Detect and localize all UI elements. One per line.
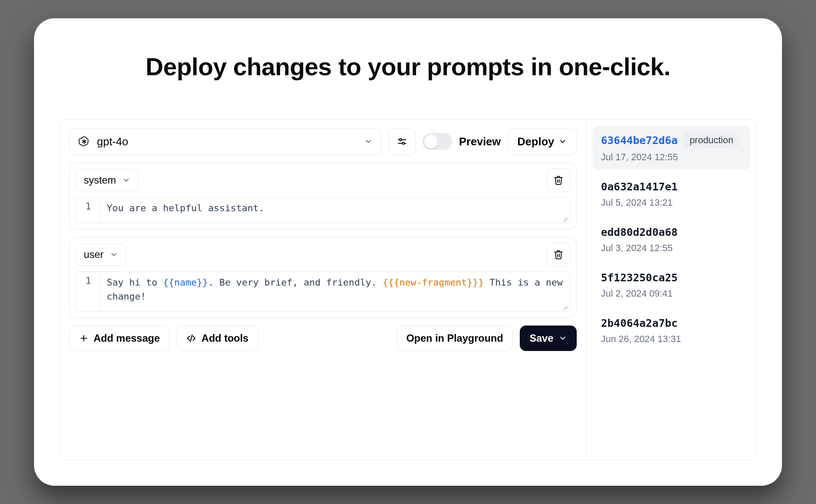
version-item[interactable]: 5f123250ca25Jul 2, 2024 09:41	[592, 265, 750, 306]
add-tools-label: Add tools	[201, 332, 249, 344]
message-content[interactable]: You are a helpful assistant.	[101, 198, 570, 223]
line-number: 1	[76, 272, 101, 311]
delete-message-button[interactable]	[547, 168, 570, 192]
chevron-down-icon	[558, 137, 567, 146]
model-select[interactable]: gpt-4o	[69, 128, 382, 155]
delete-message-button[interactable]	[547, 243, 570, 266]
open-playground-button[interactable]: Open in Playground	[397, 326, 513, 351]
chevron-down-icon	[110, 250, 118, 259]
version-item[interactable]: 63644be72d6aproductionJul 17, 2024 12:55	[592, 126, 750, 170]
page-title: Deploy changes to your prompts in one-cl…	[60, 52, 756, 81]
trash-icon	[553, 249, 564, 260]
save-label: Save	[530, 332, 553, 344]
version-date: Jul 5, 2024 13:21	[601, 197, 742, 208]
editor-left-pane: gpt-4o Preview Deploy system1Y	[60, 119, 586, 460]
editor-toolbar: gpt-4o Preview Deploy	[69, 128, 577, 155]
version-hash: 63644be72d6a	[601, 134, 678, 147]
text: . Be very brief, and friendly.	[208, 277, 382, 288]
role-select[interactable]: system	[76, 169, 139, 191]
template-variable: {{name}}	[163, 277, 208, 288]
sliders-icon	[397, 136, 408, 147]
model-name: gpt-4o	[97, 135, 128, 148]
text: You are a helpful assistant.	[107, 203, 264, 213]
versions-list: 63644be72d6aproductionJul 17, 2024 12:55…	[586, 119, 756, 460]
version-hash: 5f123250ca25	[601, 272, 678, 284]
plus-icon	[79, 334, 88, 343]
preview-toggle[interactable]	[422, 133, 452, 150]
svg-point-1	[400, 139, 402, 141]
message-block: user1Say hi to {{name}}. Be very brief, …	[69, 237, 577, 318]
settings-button[interactable]	[388, 128, 416, 155]
trash-icon	[553, 175, 564, 185]
version-item[interactable]: edd80d2d0a68Jul 3, 2024 12:55	[592, 219, 750, 260]
add-tools-button[interactable]: Add tools	[176, 326, 258, 351]
openai-icon	[78, 136, 90, 147]
message-header: user	[70, 238, 576, 272]
message-block: system1You are a helpful assistant.	[69, 163, 577, 229]
role-label: system	[84, 174, 116, 186]
text: Say hi to	[107, 277, 163, 288]
add-message-label: Add message	[94, 332, 160, 344]
version-date: Jul 17, 2024 12:55	[601, 152, 742, 163]
version-item[interactable]: 2b4064a2a7bcJun 26, 2024 13:31	[592, 310, 750, 351]
deploy-label: Deploy	[517, 135, 554, 148]
svg-point-3	[402, 142, 405, 144]
chevron-down-icon	[122, 176, 130, 184]
save-button[interactable]: Save	[520, 326, 577, 351]
app-card: Deploy changes to your prompts in one-cl…	[34, 18, 782, 486]
resize-handle-icon[interactable]	[562, 215, 568, 221]
line-number: 1	[76, 198, 101, 223]
svg-line-6	[190, 335, 192, 342]
version-tag: production	[684, 133, 740, 147]
version-hash: 0a632a1417e1	[601, 181, 678, 193]
version-date: Jul 3, 2024 12:55	[601, 243, 742, 254]
version-date: Jul 2, 2024 09:41	[601, 288, 742, 299]
message-content[interactable]: Say hi to {{name}}. Be very brief, and f…	[101, 272, 570, 311]
editor-panel: gpt-4o Preview Deploy system1Y	[60, 119, 756, 460]
version-hash: edd80d2d0a68	[601, 226, 678, 238]
role-label: user	[84, 249, 104, 260]
version-date: Jun 26, 2024 13:31	[601, 334, 742, 345]
preview-label: Preview	[459, 135, 501, 148]
resize-handle-icon[interactable]	[562, 303, 568, 309]
code-icon	[186, 333, 196, 343]
add-message-button[interactable]: Add message	[69, 326, 170, 351]
version-hash: 2b4064a2a7bc	[601, 317, 678, 329]
deploy-button[interactable]: Deploy	[507, 128, 577, 155]
message-editor[interactable]: 1Say hi to {{name}}. Be very brief, and …	[76, 272, 570, 311]
chevron-down-icon	[364, 137, 373, 146]
message-header: system	[70, 163, 576, 197]
message-editor[interactable]: 1You are a helpful assistant.	[76, 197, 570, 223]
editor-bottom-bar: Add message Add tools Open in Playground…	[69, 326, 577, 351]
version-item[interactable]: 0a632a1417e1Jul 5, 2024 13:21	[592, 174, 750, 215]
open-playground-label: Open in Playground	[406, 332, 503, 344]
role-select[interactable]: user	[76, 244, 126, 266]
chevron-down-icon	[558, 334, 567, 343]
template-fragment: {{{new-fragment}}}	[382, 277, 484, 288]
